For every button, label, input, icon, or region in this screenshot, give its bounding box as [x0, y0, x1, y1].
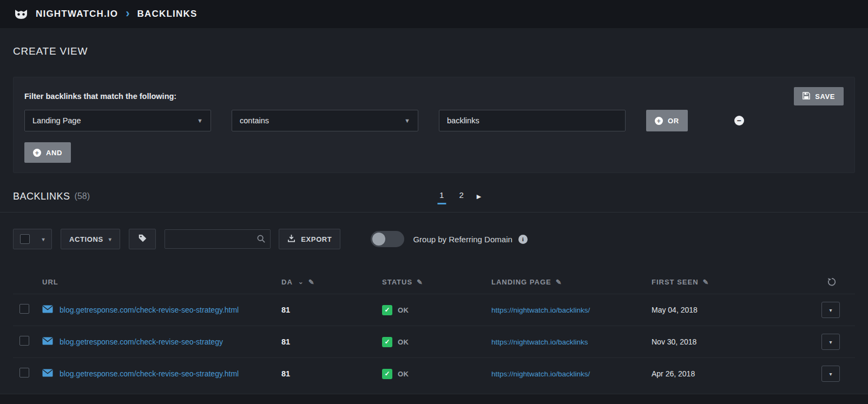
export-button-label: EXPORT — [301, 235, 332, 243]
pagination-next-icon[interactable]: ▶ — [477, 193, 481, 200]
table-row: blog.getresponse.com/check-revise-seo-st… — [13, 326, 855, 357]
nightwatch-owl-logo-icon[interactable] — [14, 9, 28, 19]
chevron-down-icon: ▾ — [829, 339, 832, 345]
refresh-columns-icon[interactable] — [827, 277, 855, 287]
backlink-url-link[interactable]: blog.getresponse.com/check-revise-seo-st… — [60, 369, 239, 378]
row-actions-dropdown-button[interactable]: ▾ — [821, 366, 840, 382]
row-actions-dropdown-button[interactable]: ▾ — [821, 302, 840, 318]
add-and-condition-button[interactable]: + AND — [24, 142, 71, 163]
backlinks-count: (58) — [75, 191, 90, 201]
pagination: 1 2 ▶ — [437, 189, 481, 204]
minus-circle-icon: − — [737, 117, 741, 124]
select-all-dropdown[interactable]: ▾ — [13, 229, 52, 249]
filter-panel: Filter backlinks that match the followin… — [13, 77, 855, 173]
status-ok-check-icon: ✓ — [382, 337, 392, 347]
table-row: blog.getresponse.com/check-revise-seo-st… — [13, 357, 855, 389]
info-icon[interactable]: i — [518, 235, 528, 244]
landing-page-link[interactable]: https://nightwatch.io/backlinks/ — [491, 370, 652, 378]
landing-page-link[interactable]: https://nightwatch.io/backlinks — [491, 338, 652, 346]
page-title: CREATE VIEW — [13, 45, 855, 57]
group-by-domain-label: Group by Referring Domain — [413, 235, 512, 244]
column-header-first-seen: FIRST SEEN ✎ — [652, 278, 814, 286]
edit-column-icon[interactable]: ✎ — [308, 278, 315, 286]
next-row-partial — [0, 394, 868, 404]
list-toolbar: ▾ ACTIONS ▾ — [13, 229, 855, 249]
search-icon — [257, 234, 266, 246]
backlink-url-link[interactable]: blog.getresponse.com/check-revise-seo-st… — [60, 306, 239, 314]
backlinks-section-title: BACKLINKS — [13, 191, 70, 202]
status-label: OK — [398, 370, 409, 378]
row-actions-dropdown-button[interactable]: ▾ — [821, 334, 840, 350]
download-icon — [287, 234, 295, 244]
chevron-down-icon: ▾ — [42, 236, 45, 242]
plus-circle-icon: + — [655, 117, 663, 125]
chevron-down-icon: ▼ — [404, 117, 410, 124]
da-value: 81 — [281, 306, 382, 314]
filter-value-input[interactable] — [439, 110, 626, 131]
filter-heading: Filter backlinks that match the followin… — [24, 92, 176, 101]
filter-operator-selected: contains — [240, 116, 269, 125]
row-checkbox[interactable] — [19, 336, 29, 346]
sort-caret-icon[interactable]: ⌄ — [298, 278, 304, 286]
first-seen-date: Nov 30, 2018 — [652, 337, 814, 346]
plus-circle-icon: + — [33, 149, 41, 157]
search-input[interactable] — [165, 229, 271, 249]
status-ok-check-icon: ✓ — [382, 305, 392, 315]
and-button-label: AND — [46, 149, 62, 157]
row-checkbox[interactable] — [19, 304, 29, 314]
chevron-down-icon: ▾ — [829, 307, 832, 313]
envelope-icon — [42, 369, 53, 379]
envelope-icon — [42, 337, 53, 347]
column-header-status: STATUS ✎ — [382, 278, 491, 286]
tag-button[interactable] — [129, 229, 156, 249]
status-cell: ✓ OK — [382, 305, 491, 315]
breadcrumb-chevron-icon: › — [126, 8, 129, 19]
add-or-condition-button[interactable]: + OR — [646, 110, 688, 131]
breadcrumb-brand[interactable]: NIGHTWATCH.IO — [36, 9, 118, 19]
actions-button[interactable]: ACTIONS ▾ — [61, 229, 120, 249]
table-header-row: URL DA ⌄ ✎ STATUS ✎ LANDING PAGE ✎ FIRST… — [13, 270, 855, 294]
row-checkbox[interactable] — [19, 368, 29, 377]
edit-column-icon[interactable]: ✎ — [703, 278, 709, 286]
landing-page-link[interactable]: https://nightwatch.io/backlinks/ — [491, 306, 652, 314]
section-divider — [0, 212, 868, 213]
column-header-url: URL — [42, 278, 281, 286]
envelope-icon — [42, 305, 53, 315]
da-value: 81 — [281, 337, 382, 346]
group-by-domain-toggle[interactable] — [371, 231, 404, 247]
filter-field-select[interactable]: Landing Page ▼ — [24, 110, 211, 131]
toggle-knob — [372, 233, 385, 246]
status-label: OK — [398, 338, 409, 346]
status-label: OK — [398, 306, 409, 314]
da-value: 81 — [281, 369, 382, 378]
chevron-down-icon: ▾ — [829, 371, 832, 377]
select-all-checkbox[interactable] — [20, 234, 30, 244]
column-header-landing-page: LANDING PAGE ✎ — [491, 278, 652, 286]
breadcrumb-section: BACKLINKS — [137, 9, 198, 19]
save-button-label: SAVE — [815, 92, 835, 101]
column-header-da: DA ⌄ ✎ — [281, 278, 382, 286]
pagination-page-1[interactable]: 1 — [437, 189, 446, 204]
chevron-down-icon: ▾ — [109, 236, 112, 242]
pagination-page-2[interactable]: 2 — [457, 189, 465, 204]
actions-button-label: ACTIONS — [69, 235, 103, 243]
filter-operator-select[interactable]: contains ▼ — [232, 110, 418, 131]
table-row: blog.getresponse.com/check-revise-seo-st… — [13, 294, 855, 326]
first-seen-date: May 04, 2018 — [652, 306, 814, 314]
tag-icon — [138, 234, 147, 244]
save-button[interactable]: SAVE — [794, 87, 844, 105]
export-button[interactable]: EXPORT — [279, 229, 340, 249]
remove-filter-button[interactable]: − — [734, 116, 744, 125]
backlinks-table: URL DA ⌄ ✎ STATUS ✎ LANDING PAGE ✎ FIRST… — [13, 270, 855, 389]
backlink-url-link[interactable]: blog.getresponse.com/check-revise-seo-st… — [60, 337, 223, 346]
status-cell: ✓ OK — [382, 369, 491, 379]
or-button-label: OR — [668, 117, 679, 125]
topbar: NIGHTWATCH.IO › BACKLINKS — [0, 0, 868, 28]
status-cell: ✓ OK — [382, 337, 491, 347]
first-seen-date: Apr 26, 2018 — [652, 369, 814, 378]
filter-field-selected: Landing Page — [32, 116, 81, 125]
status-ok-check-icon: ✓ — [382, 369, 392, 379]
chevron-down-icon: ▼ — [197, 117, 203, 124]
edit-column-icon[interactable]: ✎ — [556, 278, 562, 286]
edit-column-icon[interactable]: ✎ — [417, 278, 423, 286]
